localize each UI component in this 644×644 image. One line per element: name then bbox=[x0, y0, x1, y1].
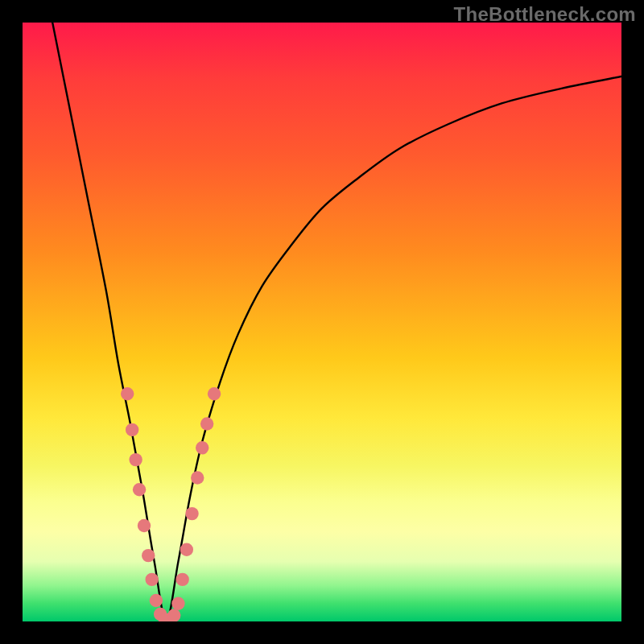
data-point bbox=[200, 417, 213, 430]
data-point bbox=[129, 453, 142, 466]
data-point bbox=[171, 597, 184, 609]
data-point bbox=[150, 594, 163, 607]
chart-container: TheBottleneck.com bbox=[0, 0, 644, 644]
data-point bbox=[133, 483, 146, 496]
data-point bbox=[142, 549, 155, 562]
data-point bbox=[185, 507, 198, 520]
data-point bbox=[196, 441, 208, 454]
data-point bbox=[126, 423, 138, 436]
data-point bbox=[121, 387, 134, 400]
data-point bbox=[175, 573, 188, 586]
plot-area bbox=[23, 23, 621, 621]
bottleneck-curve-path bbox=[52, 23, 621, 621]
data-point bbox=[180, 543, 193, 556]
bottleneck-curve bbox=[23, 23, 621, 621]
data-point bbox=[138, 519, 151, 532]
data-point bbox=[191, 471, 204, 484]
data-point bbox=[146, 573, 159, 586]
data-point bbox=[208, 387, 221, 400]
data-point bbox=[167, 609, 180, 621]
